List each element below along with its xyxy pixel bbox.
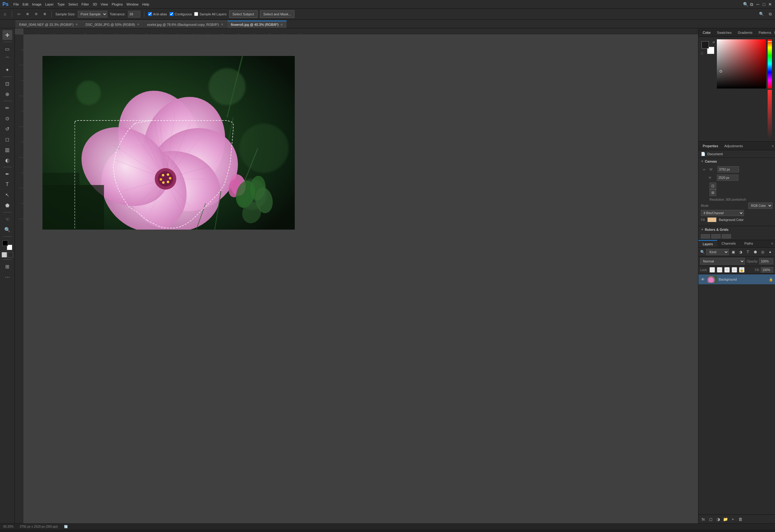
filter-smart-btn[interactable]: ◎ (760, 249, 766, 255)
bits-select[interactable]: 8 Bits/Channel (701, 210, 744, 216)
menu-type[interactable]: Type (57, 2, 65, 6)
brush-tool[interactable]: ✏ (2, 103, 12, 113)
menu-view[interactable]: View (101, 2, 108, 6)
lock-pixel-btn[interactable]: ✏ (717, 267, 722, 273)
link-wh-icon[interactable]: ∞ (701, 166, 708, 173)
menu-select[interactable]: Select (68, 2, 78, 6)
layers-kind-select[interactable]: Kind (706, 249, 729, 255)
layers-tab[interactable]: Layers (698, 240, 717, 247)
color-spectrum[interactable] (717, 39, 766, 89)
menu-image[interactable]: Image (32, 2, 41, 6)
move-tool[interactable]: ✛ (2, 30, 12, 40)
dodge-tool[interactable]: ◐ (2, 155, 12, 165)
mode-select[interactable]: RGB Color (748, 203, 773, 209)
sample-all-layers-checkbox[interactable] (194, 12, 198, 16)
patterns-tab[interactable]: Patterns (756, 30, 774, 36)
reveal-all-button[interactable]: ⊞ (710, 189, 716, 196)
crop-tool[interactable]: ⊡ (2, 79, 12, 89)
menu-window[interactable]: Window (126, 2, 138, 6)
home-icon[interactable]: ⌂ (2, 11, 8, 17)
tab-ocelot-close[interactable]: ✕ (221, 23, 224, 26)
shape-tool[interactable]: ⬟ (2, 200, 12, 210)
properties-tab[interactable]: Properties (700, 143, 721, 149)
gradients-tab[interactable]: Gradients (735, 30, 756, 36)
path-select-tool[interactable]: ↖ (2, 190, 12, 200)
canvas-area[interactable] (15, 28, 698, 523)
layer-fx-button[interactable]: fx (700, 516, 706, 522)
blend-mode-select[interactable]: Normal (700, 258, 745, 265)
properties-panel-menu[interactable]: ≡ (772, 144, 774, 148)
ruler-icon-1[interactable] (701, 234, 710, 238)
tab-raw[interactable]: RAW_0046.NEF @ 33.3% (RGB/8*) ✕ (15, 21, 82, 28)
tab-flowers[interactable]: flowers6.jpg @ 40.3% (RGB/8*) ✕ (227, 21, 287, 28)
arrange-button[interactable]: ⧉ (749, 2, 754, 7)
maximize-button[interactable]: □ (761, 2, 766, 7)
menu-3d[interactable]: 3D (93, 2, 97, 6)
color-tab[interactable]: Color (700, 30, 714, 36)
rect-select-icon[interactable]: ▭ (16, 11, 22, 17)
menu-plugins[interactable]: Plugins (112, 2, 123, 6)
alpha-slider[interactable] (768, 90, 772, 139)
filter-pixel-btn[interactable]: ▣ (730, 249, 736, 255)
eyedropper-tool[interactable]: ⊕ (2, 89, 12, 99)
default-colors-icon[interactable]: ◻ (701, 52, 703, 55)
crop-to-layer-button[interactable]: ⊡ (710, 183, 716, 189)
layer-mask-button[interactable]: ◻ (708, 516, 714, 522)
adjustments-tab[interactable]: Adjustments (721, 143, 746, 149)
hue-slider[interactable] (768, 39, 772, 89)
fill-color-swatch[interactable] (707, 217, 717, 222)
menu-file[interactable]: File (14, 2, 19, 6)
canvas-section-header[interactable]: ▼ Canvas (698, 158, 775, 165)
filter-adjust-btn[interactable]: ◑ (737, 249, 744, 255)
sample-size-select[interactable]: Point Sample (78, 11, 107, 18)
search-button[interactable]: 🔍 (743, 2, 748, 7)
magic-wand-tool[interactable]: ✦ (2, 65, 12, 75)
height-input[interactable] (717, 175, 738, 181)
tab-ocelot[interactable]: ocelot.jpg @ 78.6% (Background copy, RGB… (143, 21, 227, 28)
select-subject-button[interactable]: Select Subject (229, 10, 258, 18)
menu-help[interactable]: Help (142, 2, 149, 6)
foreground-color-chip[interactable] (702, 41, 709, 49)
add-select-icon[interactable]: ⊕ (24, 11, 30, 17)
opacity-input[interactable] (759, 258, 773, 264)
text-tool[interactable]: T (2, 179, 12, 189)
menu-edit[interactable]: Edit (22, 2, 28, 6)
swatches-tab[interactable]: Swatches (714, 30, 735, 36)
rect-select-tool[interactable]: ▭ (2, 44, 12, 54)
tab-dsc-close[interactable]: ✕ (137, 23, 139, 26)
select-and-mask-button[interactable]: Select and Mask... (260, 10, 295, 18)
menu-layer[interactable]: Layer (45, 2, 54, 6)
delete-layer-button[interactable]: 🗑 (737, 516, 743, 522)
close-button[interactable]: ✕ (768, 2, 773, 7)
ruler-icon-2[interactable] (711, 234, 721, 238)
extra-tools[interactable]: ⋯ (2, 272, 12, 282)
standard-mode-icon[interactable] (2, 252, 7, 258)
quick-mask-icon[interactable] (8, 252, 13, 258)
change-screen-mode[interactable]: ⊞ (2, 262, 12, 271)
arrange-docs-icon[interactable]: ⧉ (767, 11, 773, 17)
layers-panel-menu[interactable]: ≡ (769, 240, 775, 247)
filter-toggle-btn[interactable]: ● (767, 249, 773, 255)
layer-group-button[interactable]: 📁 (722, 516, 729, 522)
gradient-tool[interactable]: ▥ (2, 145, 12, 155)
lock-artboard-btn[interactable]: ⊘ (732, 267, 737, 273)
intersect-select-icon[interactable]: ⊗ (41, 11, 48, 17)
tolerance-input[interactable] (128, 11, 140, 18)
tab-raw-close[interactable]: ✕ (75, 23, 78, 26)
filter-shape-btn[interactable]: ⬟ (752, 249, 758, 255)
history-brush-tool[interactable]: ↺ (2, 124, 12, 134)
tab-flowers-close[interactable]: ✕ (280, 23, 283, 26)
global-search-icon[interactable]: 🔍 (758, 11, 765, 17)
zoom-tool[interactable]: 🔍 (2, 225, 12, 234)
subtract-select-icon[interactable]: ⊖ (33, 11, 39, 17)
channels-tab[interactable]: Channels (717, 240, 740, 247)
new-layer-button[interactable]: + (730, 516, 736, 522)
paths-tab[interactable]: Paths (740, 240, 757, 247)
fill-input[interactable] (761, 267, 773, 273)
lock-all-btn[interactable]: 🔒 (739, 267, 745, 273)
layer-visibility-toggle[interactable]: 👁 (700, 277, 705, 282)
tab-dsc[interactable]: DSC_0036.JPG @ 50% (RGB/8) ✕ (82, 21, 143, 28)
foreground-color-swatch[interactable] (2, 240, 8, 246)
menu-filter[interactable]: Filter (81, 2, 89, 6)
lasso-tool[interactable]: ⌒ (2, 54, 12, 64)
